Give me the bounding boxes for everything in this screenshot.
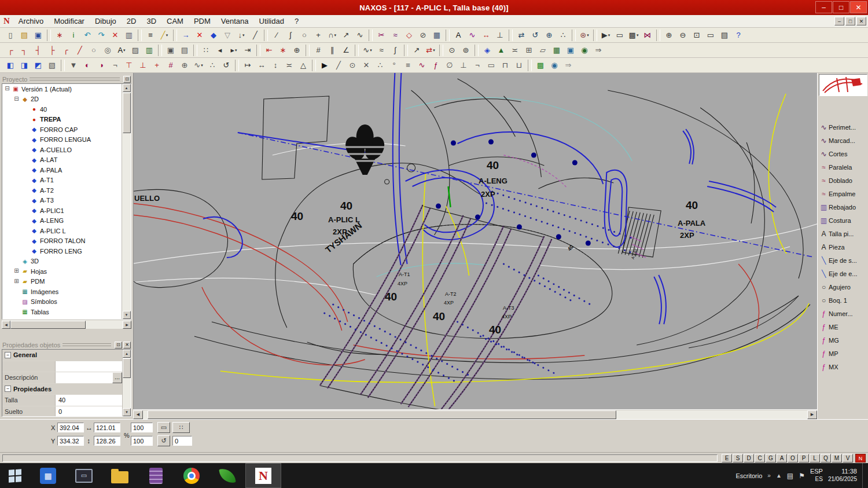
tree-item-im-genes[interactable]: ▦Imágenes [2,287,122,297]
scroll-down-icon[interactable]: ▼ [123,311,131,319]
gear2-icon[interactable]: ⊛▾ [578,29,591,42]
menu-ventana[interactable]: Ventana [216,16,254,26]
machines-icon[interactable]: ∗ [53,29,67,42]
collapse-icon[interactable]: − [5,352,11,358]
expand-h-icon[interactable]: ↔ [255,59,269,72]
text-size-icon[interactable]: A▾ [115,44,128,57]
fx-icon[interactable]: ƒ [429,59,443,72]
grid-ref-button[interactable]: ∷ [172,422,190,433]
expand-icon[interactable]: ⊞ [13,278,20,285]
zoom-out-icon[interactable]: ⊖ [676,29,690,42]
point-icon[interactable]: + [311,29,325,42]
jump-end-icon[interactable]: ⇥ [241,44,255,57]
plus-move-icon[interactable]: + [150,59,164,72]
tool-mp[interactable]: ƒMP [819,347,867,360]
magnify-icon[interactable]: ⊙ [445,44,459,57]
panel-close-icon[interactable]: ✕ [123,342,131,348]
select-icon[interactable]: ▶▾ [599,29,613,42]
language-indicator[interactable]: ESP ES [810,468,823,483]
cam-view-icon[interactable]: ◉ [547,59,561,72]
perp-icon[interactable]: ⊥ [457,59,470,72]
polyline-icon[interactable]: ↗ [339,29,353,42]
tool-pieza[interactable]: APieza [819,240,867,254]
diamond-icon[interactable]: ◆ [207,29,220,42]
ruler-h-icon[interactable]: ¬ [108,59,122,72]
step-back-icon[interactable]: ◂ [213,44,227,57]
anchor-icon[interactable]: ⊕ [178,59,192,72]
ellipsis-button[interactable]: ... [112,372,122,383]
tool-talla-pi-[interactable]: ATalla pi... [819,227,867,240]
magnify2-icon[interactable]: ⊚ [459,44,473,57]
properties-vertical-scrollbar[interactable]: ▲ ▼ [122,350,131,416]
tool-eje-de-e-[interactable]: ╲Eje de e... [819,267,867,280]
slash3-icon[interactable]: ╱ [332,59,345,72]
filter-icon[interactable]: ▽ [220,29,234,42]
display-tray-icon[interactable]: ▤ [787,472,793,480]
tree-horizontal-scrollbar[interactable]: ◀ ▶ [2,320,131,329]
tray-expand-icon[interactable]: ▲ [776,472,782,479]
expand-v-icon[interactable]: ↕ [269,59,282,72]
tree-item-forro-talon[interactable]: ◆FORRO TALON [2,236,122,247]
arrow-swap-icon[interactable]: ⇄▾ [424,44,437,57]
flow-right-icon[interactable]: ↦ [241,59,255,72]
height-field[interactable]: 128.26 [94,436,120,446]
corner-tl-icon[interactable]: ┌ [3,44,17,57]
menu-utilidad[interactable]: Utilidad [254,16,289,26]
x-coordinate-field[interactable]: 392.04 [57,423,84,432]
target-icon[interactable]: ⊕ [290,44,304,57]
angle-icon[interactable]: ∠ [339,44,353,57]
canvas-horizontal-scrollbar[interactable]: ◀ ▶ [133,409,817,419]
tree-item-forro-leng[interactable]: ◆FORRO LENG [2,246,122,256]
trim-icon[interactable]: ┤ [31,44,45,57]
circle-icon[interactable]: ○ [297,29,311,42]
tree-item-trepa[interactable]: ●TREPA [2,115,122,125]
layers-icon[interactable]: ≡ [144,29,157,42]
hash-icon[interactable]: # [311,44,325,57]
paste-icon[interactable]: ▤ [178,44,192,57]
menu-pdm[interactable]: PDM [189,16,216,26]
tool-marcad-[interactable]: ∿Marcad... [819,134,867,147]
state-toggle-m[interactable]: M [832,454,842,463]
tool-empalme[interactable]: ≈Empalme [819,187,867,200]
wave4-icon[interactable]: ∿ [415,59,429,72]
tree-item-a-t1[interactable]: ◆A-T1 [2,175,122,186]
open-icon[interactable]: ▤ [17,29,31,42]
state-toggle-g[interactable]: G [766,454,776,463]
ring-icon[interactable]: ◎ [101,44,115,57]
tree-item-2d[interactable]: ⊟◆2D [2,94,122,105]
snap2-icon[interactable]: ∴ [205,59,219,72]
scale-y-field[interactable]: 100 [131,436,153,446]
state-toggle-o[interactable]: O [788,454,798,463]
notch-icon[interactable]: ⊥ [493,29,507,42]
import-icon[interactable]: → [179,29,193,42]
tree-item-a-t3[interactable]: ◆A-T3 [2,196,122,206]
scale-x-field[interactable]: 100 [131,423,153,432]
tree-item-a-cuello[interactable]: ◆A-CUELLO [2,145,122,155]
menu-2d[interactable]: 2D [122,16,142,26]
desktop-label[interactable]: Escritorio [736,472,763,479]
taskbar-computer[interactable]: ▭ [66,463,102,488]
rotate-button[interactable]: ↺ [157,435,170,446]
tree-item-40[interactable]: ●40 [2,104,122,115]
table2-icon[interactable]: ▦ [550,44,564,57]
state-toggle-v[interactable]: V [843,454,853,463]
expand-icon[interactable]: ⊞ [13,268,20,274]
scroll-left-icon[interactable]: ◀ [2,321,10,329]
prop-value[interactable]: 0 [56,406,122,417]
zoom-window-icon[interactable]: ⊡ [690,29,704,42]
rect2-icon[interactable]: ▭ [484,59,498,72]
taskbar-calculator[interactable]: ▦ [30,463,66,488]
scroll-thumb[interactable] [123,93,131,133]
angle-field[interactable]: 0 [172,436,192,446]
tree-item-a-plic1[interactable]: ◆A-PLIC1 [2,206,122,216]
circle-slash-icon[interactable]: ⊘ [416,29,430,42]
state-toggle-p[interactable]: P [799,454,809,463]
tool-mx[interactable]: ƒMX [819,360,867,373]
extend-icon[interactable]: ├ [45,44,59,57]
pattern-icon[interactable]: ▧ [45,59,59,72]
views-icon[interactable]: ▩▾ [627,29,641,42]
pencil-icon[interactable]: ╱▾ [157,29,171,42]
tool-boq-1[interactable]: ○Boq. 1 [819,293,867,307]
scroll-left-icon[interactable]: ◀ [133,410,143,419]
compress-icon[interactable]: ≍ [282,59,296,72]
